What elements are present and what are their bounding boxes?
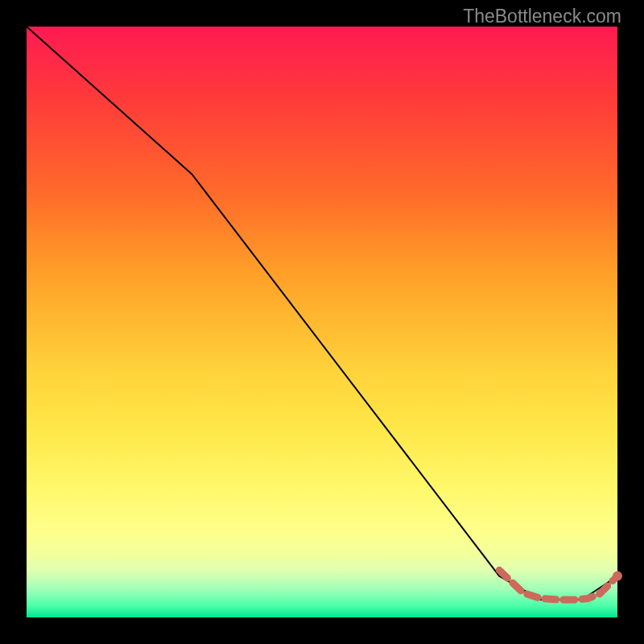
watermark-text: TheBottleneck.com (463, 6, 621, 27)
highlight-end-dot (613, 572, 622, 581)
chart-plot-area (27, 27, 617, 617)
chart-svg (27, 27, 617, 617)
chart-frame: TheBottleneck.com (0, 0, 644, 644)
main-curve-path (27, 27, 617, 600)
highlight-dashed-line (499, 570, 617, 600)
highlight-segment-path (499, 570, 622, 600)
